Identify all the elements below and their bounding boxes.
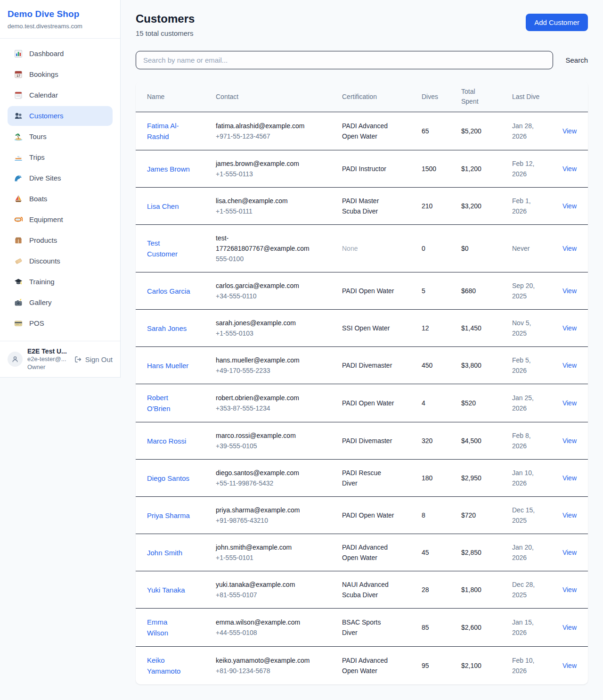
customer-dives: 5 bbox=[422, 287, 425, 295]
sidebar-item-label: Dashboard bbox=[29, 49, 64, 59]
view-link[interactable]: View bbox=[562, 549, 577, 556]
customer-name-link[interactable]: James Brown bbox=[147, 164, 190, 174]
customer-dives: 8 bbox=[422, 511, 425, 519]
customer-dives: 4 bbox=[422, 399, 425, 407]
sidebar-item-dive-sites[interactable]: Dive Sites bbox=[8, 168, 113, 188]
customer-last-dive: Dec 28, 2025 bbox=[512, 581, 535, 599]
customer-email: keiko.yamamoto@example.com bbox=[216, 655, 314, 666]
sidebar: Demo Dive Shop demo.test.divestreams.com… bbox=[0, 0, 121, 378]
view-link[interactable]: View bbox=[562, 324, 577, 332]
sidebar-item-discounts[interactable]: Discounts bbox=[8, 251, 113, 271]
sidebar-item-label: POS bbox=[29, 318, 44, 329]
customer-last-dive: Jan 28, 2026 bbox=[512, 122, 534, 140]
sidebar-item-products[interactable]: Products bbox=[8, 231, 113, 250]
customer-total-spent: $1,200 bbox=[461, 165, 481, 173]
customer-name-link[interactable]: Lisa Chen bbox=[147, 201, 179, 212]
column-header-total-spent: Total Spent bbox=[461, 82, 512, 112]
view-link[interactable]: View bbox=[562, 662, 577, 669]
search-input[interactable] bbox=[136, 51, 553, 69]
view-link[interactable]: View bbox=[562, 474, 577, 482]
view-link[interactable]: View bbox=[562, 287, 577, 295]
customer-name-link[interactable]: Robert O'Brien bbox=[147, 392, 190, 414]
sidebar-item-label: Boats bbox=[29, 194, 47, 204]
customer-name-link[interactable]: Fatima Al-Rashid bbox=[147, 120, 190, 142]
customer-dives: 450 bbox=[422, 362, 432, 369]
view-link[interactable]: View bbox=[562, 511, 577, 519]
sidebar-item-bookings[interactable]: 17 Bookings bbox=[8, 65, 113, 84]
customer-dives: 320 bbox=[422, 437, 432, 445]
customer-phone: +34-555-0110 bbox=[216, 291, 314, 301]
customer-dives: 180 bbox=[422, 474, 432, 482]
sidebar-item-customers[interactable]: Customers bbox=[8, 106, 113, 126]
customer-certification: PADI Divemaster bbox=[342, 437, 392, 445]
customer-last-dive: Jan 20, 2026 bbox=[512, 544, 534, 561]
customer-certification: BSAC Sports Diver bbox=[342, 618, 381, 636]
customer-name-link[interactable]: Marco Rossi bbox=[147, 436, 186, 446]
customer-email: marco.rossi@example.com bbox=[216, 430, 314, 441]
search-button[interactable]: Search bbox=[565, 56, 588, 64]
customer-last-dive: Never bbox=[512, 245, 530, 252]
customers-table-card: Name Contact Certification Dives Total S… bbox=[136, 82, 588, 684]
customer-dives: 1500 bbox=[422, 165, 436, 173]
customer-name-link[interactable]: Carlos Garcia bbox=[147, 286, 190, 296]
customer-name-link[interactable]: Test Customer bbox=[147, 238, 190, 259]
customer-email: yuki.tanaka@example.com bbox=[216, 579, 314, 590]
view-link[interactable]: View bbox=[562, 437, 577, 445]
sidebar-item-tours[interactable]: Tours bbox=[8, 127, 113, 147]
sidebar-item-calendar[interactable]: Calendar bbox=[8, 85, 113, 105]
view-link[interactable]: View bbox=[562, 127, 577, 135]
customer-phone: +971-55-123-4567 bbox=[216, 131, 314, 141]
table-row: Carlos Garcia carlos.garcia@example.com … bbox=[136, 272, 588, 310]
wave-icon bbox=[14, 173, 23, 183]
table-row: Test Customer test-1772681807767@example… bbox=[136, 225, 588, 272]
page-header: Customers 15 total customers Add Custome… bbox=[136, 12, 588, 37]
customer-total-spent: $3,200 bbox=[461, 202, 481, 210]
app-root: Demo Dive Shop demo.test.divestreams.com… bbox=[0, 0, 603, 698]
avatar bbox=[8, 352, 23, 367]
user-name: E2E Test U... bbox=[27, 347, 69, 355]
sidebar-item-dashboard[interactable]: Dashboard bbox=[8, 44, 113, 64]
calendar-icon bbox=[14, 91, 23, 100]
customer-certification: PADI Divemaster bbox=[342, 362, 392, 369]
sidebar-item-boats[interactable]: Boats bbox=[8, 189, 113, 209]
customer-name-link[interactable]: Diego Santos bbox=[147, 473, 189, 484]
sidebar-item-trips[interactable]: Trips bbox=[8, 148, 113, 167]
customer-name-link[interactable]: Hans Mueller bbox=[147, 360, 188, 371]
sidebar-item-equipment[interactable]: Equipment bbox=[8, 210, 113, 230]
view-link[interactable]: View bbox=[562, 624, 577, 631]
shop-domain: demo.test.divestreams.com bbox=[8, 23, 113, 30]
view-link[interactable]: View bbox=[562, 399, 577, 407]
customer-phone: 555-0100 bbox=[216, 254, 314, 264]
customer-total-spent: $520 bbox=[461, 399, 476, 407]
customer-email: robert.obrien@example.com bbox=[216, 393, 314, 403]
customer-name-link[interactable]: Keiko Yamamoto bbox=[147, 655, 190, 676]
customer-total-spent: $680 bbox=[461, 287, 476, 295]
svg-text:17: 17 bbox=[16, 74, 20, 78]
add-customer-button[interactable]: Add Customer bbox=[526, 14, 588, 31]
sidebar-item-pos[interactable]: POS bbox=[8, 313, 113, 333]
view-link[interactable]: View bbox=[562, 202, 577, 210]
sidebar-item-training[interactable]: Training bbox=[8, 272, 113, 292]
column-header-certification: Certification bbox=[342, 82, 422, 112]
customer-phone: +1-555-0111 bbox=[216, 206, 314, 216]
customer-total-spent: $2,850 bbox=[461, 549, 481, 556]
customer-name-link[interactable]: Emma Wilson bbox=[147, 617, 190, 638]
diving-mask-icon bbox=[14, 215, 23, 224]
view-link[interactable]: View bbox=[562, 586, 577, 593]
customer-name-link[interactable]: Sarah Jones bbox=[147, 323, 187, 334]
sidebar-item-gallery[interactable]: Gallery bbox=[8, 293, 113, 313]
customer-name-link[interactable]: John Smith bbox=[147, 547, 182, 558]
sign-out-button[interactable]: Sign Out bbox=[74, 355, 113, 363]
view-link[interactable]: View bbox=[562, 362, 577, 369]
sidebar-item-label: Products bbox=[29, 235, 57, 246]
sidebar-item-label: Bookings bbox=[29, 69, 58, 80]
table-row: Diego Santos diego.santos@example.com +5… bbox=[136, 460, 588, 497]
calendar-date-icon: 17 bbox=[14, 70, 23, 79]
view-link[interactable]: View bbox=[562, 165, 577, 173]
customer-certification: PADI Advanced Open Water bbox=[342, 657, 388, 675]
graduation-cap-icon bbox=[14, 277, 23, 287]
customer-name-link[interactable]: Priya Sharma bbox=[147, 510, 190, 521]
customer-name-link[interactable]: Yuki Tanaka bbox=[147, 585, 185, 595]
customer-total-spent: $2,600 bbox=[461, 624, 481, 631]
view-link[interactable]: View bbox=[562, 245, 577, 252]
